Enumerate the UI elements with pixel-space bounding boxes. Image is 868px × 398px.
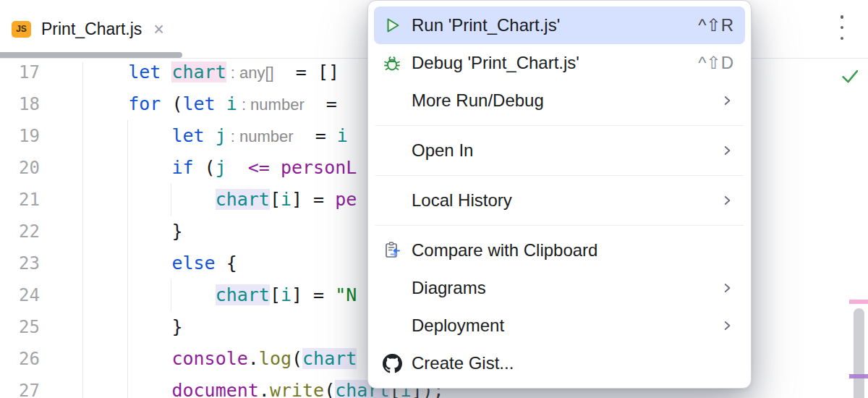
highlighted-identifier: chart (216, 189, 270, 210)
code-token: j (216, 157, 226, 178)
chevron-right-icon (720, 194, 733, 207)
menu-item-icon-spacer (381, 277, 403, 299)
code-token: { (226, 253, 237, 274)
close-tab-icon[interactable]: × (153, 20, 164, 38)
code-text: if (j <= personL (85, 152, 357, 184)
code-token: . (248, 348, 259, 369)
line-number[interactable]: 18 (0, 88, 40, 120)
code-text: chart[i] = "N (85, 279, 357, 311)
code-token: = (294, 125, 337, 146)
chevron-right-icon (720, 94, 733, 107)
menu-item-label: More Run/Debug (412, 90, 706, 111)
code-token (85, 93, 128, 114)
code-token: pe (335, 189, 357, 210)
code-token: ( (292, 348, 302, 369)
code-token: document (171, 380, 258, 398)
code-token: } (171, 221, 182, 242)
menu-item-icon-spacer (381, 140, 403, 161)
menu-separator (375, 225, 744, 226)
chevron-right-icon (720, 319, 733, 332)
code-token: <= personL (248, 157, 357, 178)
line-number[interactable]: 27 (0, 375, 40, 398)
code-token: : any[] (226, 64, 274, 82)
menu-item-label: Compare with Clipboard (412, 240, 733, 261)
line-number[interactable]: 22 (0, 216, 40, 247)
code-token (85, 157, 171, 178)
code-text: } (85, 311, 182, 343)
menu-item-compare-with-clipboard[interactable]: Compare with Clipboard (374, 232, 745, 269)
code-token: : number (226, 127, 294, 145)
code-text: } (85, 216, 182, 247)
clipboard-compare-icon (381, 240, 403, 261)
error-stripe-mark[interactable] (849, 300, 868, 304)
line-number[interactable]: 24 (0, 279, 40, 311)
menu-item-label: Create Gist... (412, 353, 733, 373)
tab-print-chart-js[interactable]: JS Print_Chart.js × (12, 10, 164, 48)
line-number[interactable]: 21 (0, 184, 40, 216)
line-number[interactable]: 20 (0, 152, 40, 184)
code-token (85, 380, 171, 398)
code-token (85, 253, 171, 274)
code-token: console (171, 348, 247, 369)
line-number[interactable]: 23 (0, 247, 40, 279)
menu-item-label: Diagrams (412, 278, 706, 298)
code-token (85, 125, 171, 146)
line-number[interactable]: 19 (0, 120, 40, 152)
menu-item-label: Local History (412, 190, 706, 211)
line-number[interactable]: 25 (0, 311, 40, 343)
menu-item-label: Open In (412, 140, 706, 161)
error-stripe-mark[interactable] (849, 374, 868, 378)
menu-item-shortcut: ^⇧R (698, 15, 733, 35)
code-text: else { (85, 247, 237, 279)
chevron-right-icon (720, 281, 733, 295)
menu-item-run[interactable]: Run 'Print_Chart.js'^⇧R (374, 7, 745, 44)
inspections-ok-check-icon[interactable] (839, 65, 861, 87)
code-token: ] = (292, 189, 335, 210)
menu-item-icon-spacer (381, 315, 403, 336)
vertical-scrollbar-thumb[interactable] (854, 308, 864, 398)
code-token (85, 221, 171, 242)
menu-item-create-gist[interactable]: Create Gist... (374, 344, 745, 382)
highlighted-identifier: chart (171, 62, 226, 82)
menu-separator (375, 125, 744, 126)
menu-item-more-run-debug[interactable]: More Run/Debug (374, 82, 745, 119)
menu-item-label: Run 'Print_Chart.js' (412, 15, 684, 35)
code-text: chart[i] = pe (85, 184, 357, 216)
debug-icon (381, 52, 403, 74)
code-token: j (216, 125, 226, 146)
code-token: for (128, 93, 171, 114)
code-token: : number (237, 96, 305, 114)
code-token: write (270, 380, 324, 398)
menu-item-open-in[interactable]: Open In (374, 132, 745, 169)
code-token: } (171, 316, 182, 337)
menu-item-local-history[interactable]: Local History (374, 182, 745, 219)
code-token: i (281, 189, 292, 210)
more-options-kebab-icon[interactable] (836, 15, 848, 40)
menu-item-deployment[interactable]: Deployment (374, 307, 745, 344)
github-icon (381, 352, 403, 374)
code-token: [ (270, 189, 281, 210)
code-token: i (281, 284, 292, 305)
menu-item-diagrams[interactable]: Diagrams (374, 269, 745, 307)
code-token: "N (335, 284, 357, 305)
line-number[interactable]: 17 (0, 56, 40, 88)
code-token: log (259, 348, 292, 369)
code-token: ] = (292, 284, 335, 305)
code-token: let (183, 93, 226, 114)
horizontal-scrollbar-thumb[interactable] (0, 52, 182, 58)
code-token: if (171, 157, 204, 178)
code-token: ( (171, 93, 182, 114)
code-token: ( (324, 380, 335, 398)
line-number[interactable]: 26 (0, 343, 40, 375)
code-token (85, 284, 216, 305)
chevron-right-icon (720, 144, 733, 157)
code-text: let chart : any[] = [] (85, 56, 339, 89)
ide-window: 17 let chart : any[] = []18 for (let i :… (0, 0, 868, 398)
menu-item-debug[interactable]: Debug 'Print_Chart.js'^⇧D (374, 44, 745, 82)
editor-context-menu: Run 'Print_Chart.js'^⇧RDebug 'Print_Char… (367, 0, 752, 389)
code-text: for (let i : number = (85, 88, 337, 121)
menu-separator (375, 175, 744, 176)
code-token: ( (205, 157, 216, 178)
code-token: = (305, 93, 337, 114)
code-token: let (171, 125, 215, 146)
